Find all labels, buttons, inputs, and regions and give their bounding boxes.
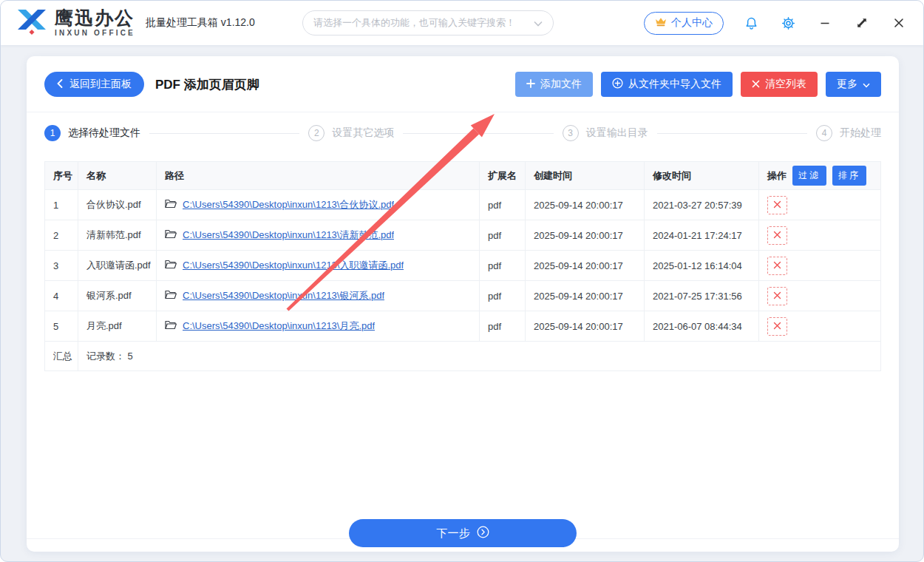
step-2: 2 设置其它选项 [308,125,394,141]
delete-row-button[interactable] [767,287,787,305]
more-label: 更多 [837,78,857,91]
delete-x-icon [773,200,781,211]
x-icon [752,78,760,90]
cell-ext: pdf [480,220,526,251]
folder-icon [165,199,177,211]
cell-ext: pdf [480,311,526,342]
step-indicator: 1 选择待处理文件 2 设置其它选项 3 设置输出目录 4 开始处理 [27,112,899,154]
page-title: PDF 添加页眉页脚 [155,76,259,93]
folder-icon [165,290,177,302]
function-search-select[interactable]: 请选择一个具体的功能，也可输入关键字搜索！ [302,10,554,35]
cell-created: 2025-09-14 20:00:17 [526,311,645,342]
plus-icon [526,78,535,90]
actions-header-label: 操作 [767,169,787,183]
delete-row-button[interactable] [767,317,787,336]
col-header-name: 名称 [78,162,157,190]
step-connector [657,133,807,134]
back-button-label: 返回到主面板 [69,78,132,91]
cell-path: C:\Users\54390\Desktop\inxun\1213\入职邀请函.… [157,251,480,281]
clear-list-label: 清空列表 [765,78,806,91]
cell-ext: pdf [480,281,526,311]
cell-created: 2025-09-14 20:00:17 [526,251,645,281]
filter-button[interactable]: 过滤 [792,166,826,186]
personal-center-button[interactable]: 个人中心 [644,12,724,35]
step-1: 1 选择待处理文件 [44,125,140,141]
table-row: 1 合伙协议.pdf C:\Users\54390\Desktop\inxun\… [45,190,881,220]
file-path-link[interactable]: C:\Users\54390\Desktop\inxun\1213\月亮.pdf [183,319,375,333]
cell-modified: 2021-06-07 08:44:34 [645,311,759,342]
record-count: 记录数： 5 [78,342,881,371]
col-header-created: 创建时间 [526,162,645,190]
add-files-label: 添加文件 [540,78,582,91]
delete-x-icon [773,321,781,332]
clear-list-button[interactable]: 清空列表 [741,72,818,97]
next-step-button[interactable]: 下一步 [349,519,577,547]
brand-name-cn: 鹰迅办公 [55,9,135,27]
next-circle-arrow-icon [477,526,489,541]
settings-gear-button[interactable] [778,13,798,33]
import-from-folder-button[interactable]: 从文件夹中导入文件 [601,72,733,97]
files-table: 序号 名称 路径 扩展名 创建时间 修改时间 操作 过滤 排序 [44,161,881,371]
maximize-button[interactable] [852,13,872,33]
summary-row: 汇总 记录数： 5 [45,342,881,371]
minimize-button[interactable] [815,13,835,33]
step-connector [149,133,299,134]
cell-path: C:\Users\54390\Desktop\inxun\1213\银河系.pd… [157,281,480,311]
file-path-link[interactable]: C:\Users\54390\Desktop\inxun\1213\入职邀请函.… [183,259,404,272]
chevron-down-icon [863,78,870,90]
cell-name: 合伙协议.pdf [78,190,157,220]
file-path-link[interactable]: C:\Users\54390\Desktop\inxun\1213\清新韩范.p… [183,228,394,242]
delete-x-icon [773,291,781,302]
cell-index: 2 [45,220,78,251]
folder-icon [165,320,177,332]
personal-center-label: 个人中心 [671,16,713,30]
cell-created: 2025-09-14 20:00:17 [526,220,645,251]
step-4-circle: 4 [816,125,832,141]
delete-row-button[interactable] [767,257,787,275]
file-table-container: 序号 名称 路径 扩展名 创建时间 修改时间 操作 过滤 排序 [44,161,881,371]
delete-x-icon [773,230,781,241]
notification-bell-button[interactable] [741,13,761,33]
cell-index: 1 [45,190,78,220]
add-files-button[interactable]: 添加文件 [515,72,593,97]
titlebar-right-cluster: 个人中心 [644,12,908,35]
step-1-circle: 1 [44,125,61,141]
col-header-modified: 修改时间 [645,162,759,190]
step-2-circle: 2 [308,125,325,141]
step-connector [403,133,553,134]
table-row: 3 入职邀请函.pdf C:\Users\54390\Desktop\inxun… [45,251,881,281]
folder-icon [165,260,177,271]
cell-actions [759,311,881,342]
cell-actions [759,251,881,281]
summary-label: 汇总 [45,342,78,371]
app-subtitle: 批量处理工具箱 v1.12.0 [146,16,255,30]
step-3-circle: 3 [563,125,579,141]
close-button[interactable] [889,13,908,33]
cell-ext: pdf [480,190,526,220]
cell-modified: 2021-03-27 20:57:39 [645,190,759,220]
chevron-left-icon [57,78,63,90]
file-path-link[interactable]: C:\Users\54390\Desktop\inxun\1213\银河系.pd… [183,289,384,302]
search-placeholder: 请选择一个具体的功能，也可输入关键字搜索！ [313,16,515,30]
step-4: 4 开始处理 [816,125,881,141]
more-button[interactable]: 更多 [826,72,881,97]
step-3: 3 设置输出目录 [563,125,648,141]
cell-name: 清新韩范.pdf [78,220,157,251]
file-path-link[interactable]: C:\Users\54390\Desktop\inxun\1213\合伙协议.p… [183,198,394,211]
cell-actions [759,220,881,251]
cell-modified: 2025-01-12 16:14:04 [645,251,759,281]
chevron-down-icon [534,18,543,29]
card-toolbar: 返回到主面板 PDF 添加页眉页脚 添加文件 从文件夹中导入文件 [27,56,899,112]
cell-actions [759,281,881,311]
cell-created: 2025-09-14 20:00:17 [526,190,645,220]
delete-row-button[interactable] [767,226,787,245]
app-window: 鹰迅办公 INXUN OFFICE 批量处理工具箱 v1.12.0 请选择一个具… [0,0,924,562]
col-header-actions: 操作 过滤 排序 [759,162,881,190]
table-row: 5 月亮.pdf C:\Users\54390\Desktop\inxun\12… [45,311,881,342]
back-to-dashboard-button[interactable]: 返回到主面板 [44,72,144,97]
step-2-label: 设置其它选项 [332,126,394,140]
table-row: 2 清新韩范.pdf C:\Users\54390\Desktop\inxun\… [45,220,881,251]
sort-button[interactable]: 排序 [832,166,866,186]
cell-ext: pdf [480,251,526,281]
delete-row-button[interactable] [767,196,787,214]
